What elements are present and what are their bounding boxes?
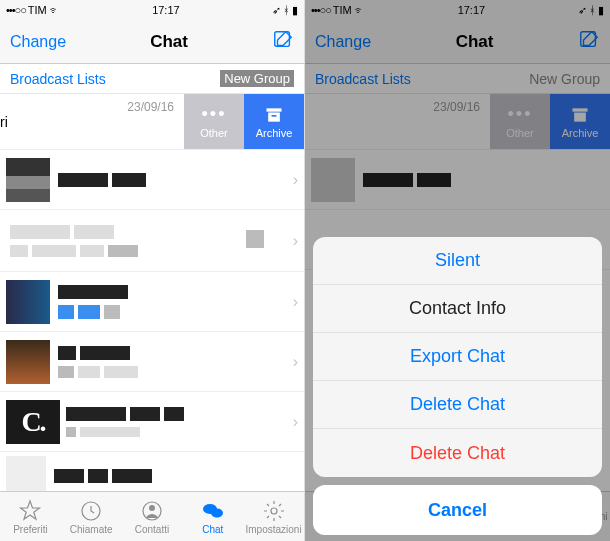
compose-button[interactable] — [272, 29, 294, 55]
chat-row[interactable] — [0, 452, 304, 491]
chevron-right-icon: › — [293, 413, 298, 431]
chevron-right-icon: › — [293, 353, 298, 371]
svg-rect-3 — [272, 115, 277, 117]
gear-icon — [262, 499, 286, 523]
wifi-icon: ᯤ — [49, 4, 60, 16]
chat-row-swiped[interactable]: ri 23/09/16 ••• Other Archive — [0, 94, 304, 150]
avatar-logo: C. — [6, 400, 60, 444]
chat-list: ri 23/09/16 ••• Other Archive › — [0, 94, 304, 491]
chat-row[interactable]: C. › — [0, 392, 304, 452]
chat-icon — [201, 499, 225, 523]
chat-date: 23/09/16 — [127, 100, 174, 114]
avatar — [6, 280, 50, 324]
chat-name-truncated: ri — [0, 114, 8, 130]
nav-bar: Change Chat — [0, 20, 304, 64]
tab-contacts[interactable]: Contatti — [122, 492, 183, 541]
ellipsis-icon: ••• — [202, 104, 227, 125]
new-group-link[interactable]: New Group — [220, 70, 294, 87]
chat-row[interactable]: › — [0, 210, 304, 272]
contact-icon — [140, 499, 164, 523]
sheet-contact-info[interactable]: Contact Info — [313, 285, 602, 333]
chevron-right-icon: › — [293, 171, 298, 189]
screenshot-right: •••○○ TIM ᯤ 17:17 ➶ ᚼ ▮ Change Chat Broa… — [305, 0, 610, 541]
chevron-right-icon: › — [293, 232, 298, 250]
tab-calls[interactable]: Chiamate — [61, 492, 122, 541]
clock-icon — [79, 499, 103, 523]
action-sheet: Silent Contact Info Export Chat Delete C… — [313, 237, 602, 535]
chat-row[interactable]: › — [0, 332, 304, 392]
edit-button[interactable]: Change — [10, 33, 66, 51]
svg-point-9 — [271, 508, 277, 514]
location-icon: ➶ — [272, 4, 281, 17]
screenshot-left: •••○○ TIM ᯤ 17:17 ➶ ᚼ ▮ Change Chat Broa… — [0, 0, 305, 541]
tab-bar: Preferiti Chiamate Contatti Chat Imposta… — [0, 491, 304, 541]
svg-point-6 — [149, 505, 155, 511]
sheet-export-chat[interactable]: Export Chat — [313, 333, 602, 381]
sub-bar: Broadcast Lists New Group — [0, 64, 304, 94]
avatar — [6, 340, 50, 384]
bluetooth-icon: ᚼ — [283, 4, 290, 16]
chat-row[interactable]: › — [0, 272, 304, 332]
svg-rect-1 — [267, 108, 282, 111]
broadcast-lists-link[interactable]: Broadcast Lists — [10, 71, 106, 87]
tab-settings[interactable]: Impostazioni — [243, 492, 304, 541]
clock: 17:17 — [152, 4, 180, 16]
star-icon — [18, 499, 42, 523]
battery-icon: ▮ — [292, 4, 298, 17]
chat-row[interactable]: › — [0, 150, 304, 210]
status-bar: •••○○ TIM ᯤ 17:17 ➶ ᚼ ▮ — [0, 0, 304, 20]
nav-title: Chat — [150, 32, 188, 52]
archive-icon — [264, 105, 284, 125]
chevron-right-icon: › — [293, 293, 298, 311]
avatar — [6, 158, 50, 202]
swipe-more-button[interactable]: ••• Other — [184, 94, 244, 149]
svg-point-8 — [211, 508, 223, 517]
sheet-cancel[interactable]: Cancel — [313, 485, 602, 535]
svg-rect-2 — [268, 112, 280, 121]
swipe-archive-button[interactable]: Archive — [244, 94, 304, 149]
sheet-delete-chat[interactable]: Delete Chat — [313, 381, 602, 429]
sheet-silent[interactable]: Silent — [313, 237, 602, 285]
avatar — [6, 456, 46, 492]
sheet-delete-chat-red[interactable]: Delete Chat — [313, 429, 602, 477]
tab-chat[interactable]: Chat — [182, 492, 243, 541]
carrier-label: TIM — [28, 4, 47, 16]
tab-favorites[interactable]: Preferiti — [0, 492, 61, 541]
signal-dots: •••○○ — [6, 4, 26, 16]
